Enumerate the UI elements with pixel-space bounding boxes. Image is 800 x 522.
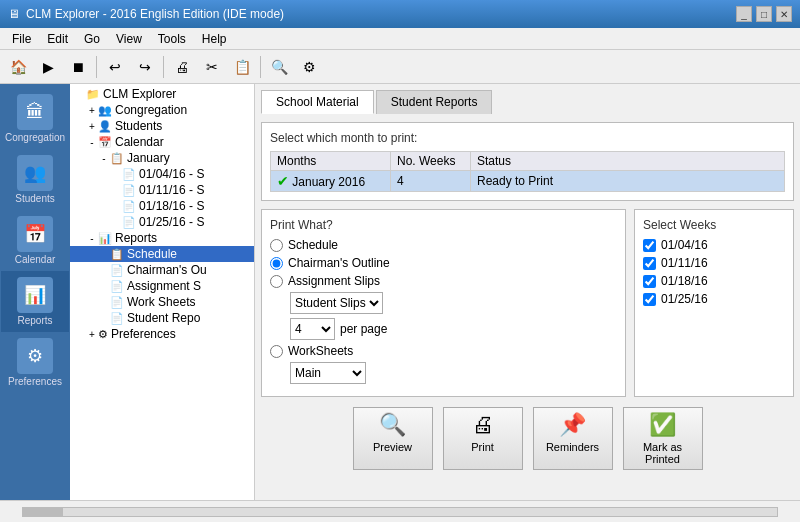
close-btn[interactable]: ✕: [776, 6, 792, 22]
expand-icon: +: [86, 329, 98, 340]
months-panel: Select which month to print: Months No. …: [261, 122, 794, 201]
tree-january[interactable]: - 📋 January: [70, 150, 254, 166]
toolbar-cut[interactable]: ✂: [198, 53, 226, 81]
tree-panel: 📁 CLM Explorer + 👥 Congregation + 👤 Stud…: [70, 84, 255, 500]
content-area: School Material Student Reports Select w…: [255, 84, 800, 500]
reminders-button[interactable]: 📌 Reminders: [533, 407, 613, 470]
tree-worksheets[interactable]: 📄 Work Sheets: [70, 294, 254, 310]
toolbar-undo[interactable]: ↩: [101, 53, 129, 81]
tree-clm-explorer[interactable]: 📁 CLM Explorer: [70, 86, 254, 102]
tree-assignment[interactable]: 📄 Assignment S: [70, 278, 254, 294]
tree-studentrepo[interactable]: 📄 Student Repo: [70, 310, 254, 326]
title-bar-text: CLM Explorer - 2016 English Edition (IDE…: [26, 7, 284, 21]
schedule-icon: 📋: [110, 248, 124, 261]
tree-date1[interactable]: 📄 01/04/16 - S: [70, 166, 254, 182]
week-2-row[interactable]: 01/11/16: [643, 256, 785, 270]
menu-file[interactable]: File: [4, 30, 39, 48]
menu-edit[interactable]: Edit: [39, 30, 76, 48]
tree-students[interactable]: + 👤 Students: [70, 118, 254, 134]
print-what-title: Print What?: [270, 218, 617, 232]
worksheet-dropdown[interactable]: Main Advanced: [290, 362, 366, 384]
mark-printed-button[interactable]: ✅ Mark as Printed: [623, 407, 703, 470]
table-row[interactable]: ✔ January 2016 4 Ready to Print: [271, 171, 785, 192]
preview-button[interactable]: 🔍 Preview: [353, 407, 433, 470]
tab-school-material[interactable]: School Material: [261, 90, 374, 114]
radio-assignment-slips[interactable]: Assignment Slips: [270, 274, 617, 288]
window-controls: _ □ ✕: [736, 6, 792, 22]
tree-date4[interactable]: 📄 01/25/16 - S: [70, 214, 254, 230]
week-1-row[interactable]: 01/04/16: [643, 238, 785, 252]
nav-congregation[interactable]: 🏛 Congregation: [1, 88, 69, 149]
reports-icon: 📊: [17, 277, 53, 313]
radio-worksheets[interactable]: WorkSheets: [270, 344, 617, 358]
menu-go[interactable]: Go: [76, 30, 108, 48]
slips-dropdown-row: Student Slips All Slips Main Slips: [290, 292, 617, 314]
main-layout: 🏛 Congregation 👥 Students 📅 Calendar 📊 R…: [0, 84, 800, 500]
tab-student-reports[interactable]: Student Reports: [376, 90, 493, 114]
radio-assignment-input[interactable]: [270, 275, 283, 288]
toolbar-play[interactable]: ▶: [34, 53, 62, 81]
tree-calendar[interactable]: - 📅 Calendar: [70, 134, 254, 150]
congregation-icon: 🏛: [17, 94, 53, 130]
menu-bar: File Edit Go View Tools Help: [0, 28, 800, 50]
check-icon: ✔: [277, 173, 289, 189]
week-3-check[interactable]: [643, 275, 656, 288]
radio-worksheets-input[interactable]: [270, 345, 283, 358]
nav-reports[interactable]: 📊 Reports: [1, 271, 69, 332]
nav-preferences[interactable]: ⚙ Preferences: [1, 332, 69, 393]
toolbar-stop[interactable]: ⏹: [64, 53, 92, 81]
tree-date3[interactable]: 📄 01/18/16 - S: [70, 198, 254, 214]
radio-chairmans[interactable]: Chairman's Outline: [270, 256, 617, 270]
prefs-icon: ⚙: [98, 328, 108, 341]
scroll-track[interactable]: [22, 507, 778, 517]
select-weeks-box: Select Weeks 01/04/16 01/11/16 01/18/16 …: [634, 209, 794, 397]
print-what-box: Print What? Schedule Chairman's Outline …: [261, 209, 626, 397]
tree-schedule[interactable]: 📋 Schedule: [70, 246, 254, 262]
menu-view[interactable]: View: [108, 30, 150, 48]
scroll-thumb[interactable]: [23, 508, 63, 516]
week-4-row[interactable]: 01/25/16: [643, 292, 785, 306]
title-bar: 🖥 CLM Explorer - 2016 English Edition (I…: [0, 0, 800, 28]
print-button[interactable]: 🖨 Print: [443, 407, 523, 470]
radio-schedule-input[interactable]: [270, 239, 283, 252]
toolbar-print[interactable]: 🖨: [168, 53, 196, 81]
slips-dropdown[interactable]: Student Slips All Slips Main Slips: [290, 292, 383, 314]
radio-schedule[interactable]: Schedule: [270, 238, 617, 252]
minimize-btn[interactable]: _: [736, 6, 752, 22]
week-3-row[interactable]: 01/18/16: [643, 274, 785, 288]
doc-icon: 📄: [122, 168, 136, 181]
doc-icon: 📄: [122, 184, 136, 197]
col-status: Status: [471, 152, 785, 171]
per-page-select[interactable]: 1 2 4 6: [290, 318, 335, 340]
tree-congregation[interactable]: + 👥 Congregation: [70, 102, 254, 118]
nav-calendar[interactable]: 📅 Calendar: [1, 210, 69, 271]
toolbar-search[interactable]: 🔍: [265, 53, 293, 81]
nav-reports-label: Reports: [17, 315, 52, 326]
nav-students[interactable]: 👥 Students: [1, 149, 69, 210]
toolbar-home[interactable]: 🏠: [4, 53, 32, 81]
week-1-check[interactable]: [643, 239, 656, 252]
print-icon: 🖨: [472, 412, 494, 438]
select-month-label: Select which month to print:: [270, 131, 785, 145]
months-table: Months No. Weeks Status ✔ January 2016 4…: [270, 151, 785, 192]
maximize-btn[interactable]: □: [756, 6, 772, 22]
menu-tools[interactable]: Tools: [150, 30, 194, 48]
select-weeks-title: Select Weeks: [643, 218, 785, 232]
doc-icon: 📄: [122, 200, 136, 213]
menu-help[interactable]: Help: [194, 30, 235, 48]
toolbar-redo[interactable]: ↪: [131, 53, 159, 81]
doc-icon: 📄: [122, 216, 136, 229]
separator-3: [260, 56, 261, 78]
toolbar: 🏠 ▶ ⏹ ↩ ↪ 🖨 ✂ 📋 🔍 ⚙: [0, 50, 800, 84]
week-4-check[interactable]: [643, 293, 656, 306]
tree-date2[interactable]: 📄 01/11/16 - S: [70, 182, 254, 198]
toolbar-paste[interactable]: 📋: [228, 53, 256, 81]
radio-chairmans-input[interactable]: [270, 257, 283, 270]
tree-reports[interactable]: - 📊 Reports: [70, 230, 254, 246]
expand-icon: -: [86, 137, 98, 148]
tree-preferences[interactable]: + ⚙ Preferences: [70, 326, 254, 342]
preferences-icon: ⚙: [17, 338, 53, 374]
toolbar-settings[interactable]: ⚙: [295, 53, 323, 81]
week-2-check[interactable]: [643, 257, 656, 270]
tree-chairmans[interactable]: 📄 Chairman's Ou: [70, 262, 254, 278]
